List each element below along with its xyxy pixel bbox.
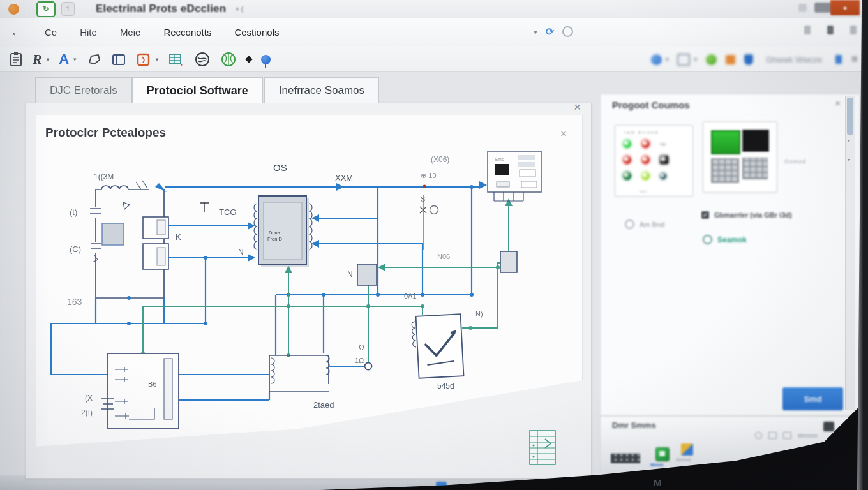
option-checkbox[interactable]: ✓ Gbmarrler (via GBr i3d) [701, 211, 792, 219]
caret-icon[interactable]: ▾ [156, 56, 159, 63]
green-display [711, 130, 740, 154]
display-component-card[interactable] [703, 121, 777, 193]
panel-layout-icon[interactable] [111, 52, 126, 67]
titlebar-ghost-icon[interactable] [798, 4, 807, 12]
chevron-icon[interactable]: ▾ [848, 157, 850, 163]
left-loop-circuit[interactable] [90, 181, 168, 323]
menubar-right-icon-3[interactable] [850, 26, 857, 34]
grid-icon[interactable] [611, 454, 640, 463]
schematic-label: N) [475, 310, 483, 318]
sync-icon[interactable]: ⟳ [546, 26, 554, 38]
green-globe-icon[interactable] [220, 51, 237, 68]
schematic-label: (X [85, 394, 93, 403]
menubar-right-icon-1[interactable] [804, 26, 811, 34]
window-dot-icon[interactable] [8, 4, 19, 15]
tab-count-badge: 1 [61, 2, 75, 16]
panel-scrollbar[interactable]: ▾ ▾ [845, 96, 855, 410]
shield-icon[interactable] [744, 54, 753, 65]
schematic-label: N06 [437, 253, 450, 260]
card-caption: ram Airond [624, 130, 659, 135]
export-icon[interactable] [726, 55, 735, 64]
inline-component[interactable] [420, 185, 438, 251]
connector-box[interactable] [101, 353, 179, 429]
black-display [742, 130, 769, 152]
led-component-card[interactable]: ram Airond tap som [615, 125, 693, 197]
schematic-label: 2(I) [81, 408, 93, 417]
menu-item-2[interactable]: Meie [120, 27, 141, 38]
pen-tool-icon[interactable]: R [33, 51, 42, 68]
scrollbar-thumb[interactable] [847, 98, 853, 135]
keypad [711, 158, 739, 183]
text-tool-icon[interactable]: A [59, 51, 69, 68]
close-icon[interactable]: × [560, 128, 567, 139]
swirl-globe-icon[interactable] [194, 51, 211, 68]
hamburger-menu-icon[interactable]: ≡ [851, 53, 858, 66]
menubar-right-icon-2[interactable] [827, 26, 834, 34]
tab-protociol-software[interactable]: Protociol Software [132, 77, 263, 103]
window-title-suffix: × ( [235, 5, 243, 13]
chat-icon[interactable] [823, 422, 834, 431]
info-icon[interactable] [703, 235, 712, 244]
menu-item-1[interactable]: Hite [80, 27, 97, 38]
tab-inefrrace-soamos[interactable]: Inefrrace Soamos [264, 77, 379, 103]
layout-icon[interactable] [783, 432, 791, 439]
search-icon[interactable] [755, 432, 762, 439]
schematic-label: 1Ω [355, 357, 364, 364]
schematic-label: ,B6 [146, 380, 157, 388]
window-title: Electrinal Prots eDcclien [96, 3, 226, 15]
excel-app-icon[interactable] [655, 447, 670, 461]
component-box-icon[interactable] [136, 52, 151, 67]
led-label: tap [660, 142, 666, 146]
svg-text:,: , [181, 59, 183, 66]
schematic-label: OS [273, 162, 287, 173]
junction-block[interactable] [500, 251, 517, 272]
menu-item-3[interactable]: Recconotts [163, 27, 211, 38]
schematic-svg[interactable]: Dgua Fron D Ems [36, 145, 583, 464]
refresh-icon[interactable] [706, 54, 717, 65]
titlebar-menu-icon[interactable] [814, 3, 832, 13]
junction-block[interactable] [357, 264, 377, 285]
polygon-tool-icon[interactable] [86, 52, 101, 67]
schematic-label: Ω [359, 343, 364, 352]
mini-doc-icon[interactable] [835, 54, 842, 64]
led-indicator [641, 172, 650, 180]
tab-djc-eretorals[interactable]: DJC Eretorals [35, 77, 132, 103]
schematic-label: TCG [219, 207, 236, 217]
led-indicator [623, 156, 631, 164]
schematic-label: 0A1 [404, 292, 417, 300]
check-document[interactable] [412, 314, 464, 378]
led-indicator [660, 156, 668, 164]
share-icon[interactable] [651, 54, 662, 65]
window-close-button[interactable]: ● [830, 0, 860, 15]
clipboard-icon[interactable] [9, 52, 23, 67]
back-arrow-icon[interactable]: ← [11, 26, 22, 39]
meter-device[interactable]: Ems [488, 151, 541, 201]
diamond-icon[interactable] [246, 56, 253, 63]
chevron-down-icon[interactable]: ▾ [534, 27, 537, 36]
save-icon[interactable] [677, 54, 690, 66]
monitor-screen: ↻ 1 Electrinal Prots eDcclien × ( ● ← Ce… [0, 0, 868, 490]
option-radio[interactable]: Am Bnd [625, 219, 664, 229]
primary-action-button[interactable]: Smd [782, 387, 843, 410]
ic-chip[interactable]: Dgua Fron D [254, 196, 312, 267]
table-layers-icon[interactable]: , [168, 52, 184, 67]
close-icon[interactable]: × [574, 101, 581, 113]
chevron-icon[interactable]: ▾ [848, 138, 850, 144]
close-icon[interactable]: × [835, 98, 841, 108]
app-icon[interactable] [681, 443, 693, 456]
radio-icon[interactable] [625, 219, 634, 229]
layout-icon[interactable] [768, 432, 777, 439]
app1-label: Mmm [650, 462, 664, 468]
menu-item-4[interactable]: Cestionols [234, 27, 279, 38]
checkbox-icon[interactable]: ✓ [701, 211, 709, 219]
pin-balloon-icon[interactable] [261, 55, 271, 64]
menu-item-0[interactable]: Ce [45, 27, 57, 38]
table-grid-icon[interactable] [528, 427, 558, 467]
footer-right-label: Wmmm [798, 433, 818, 439]
caret-icon[interactable]: ▾ [47, 56, 50, 63]
caret-icon[interactable]: ▾ [73, 56, 77, 63]
schematic-label: 163 [67, 297, 82, 307]
svg-text:Fron D: Fron D [267, 236, 283, 242]
option-link[interactable]: Seamok [703, 235, 747, 244]
svg-text:Dgua: Dgua [269, 230, 281, 235]
